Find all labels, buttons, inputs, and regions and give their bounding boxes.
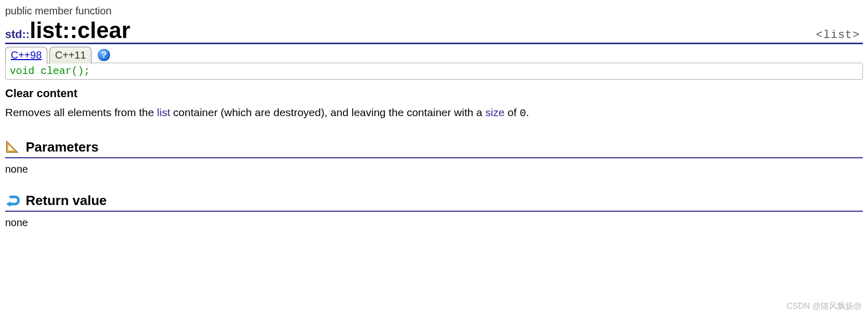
svg-marker-0 bbox=[7, 141, 18, 153]
help-icon[interactable]: ? bbox=[98, 49, 110, 61]
desc-post: of bbox=[504, 106, 519, 118]
title-class: list bbox=[30, 17, 63, 43]
section-return-value: Return value none bbox=[5, 193, 863, 229]
section-return-value-title: Return value bbox=[26, 193, 107, 209]
tab-cpp98[interactable]: C++98 bbox=[5, 47, 47, 64]
title-separator: :: bbox=[62, 17, 77, 43]
header-file-label: <list> bbox=[816, 29, 863, 42]
version-tabs: C++98 C++11 ? bbox=[5, 46, 863, 63]
desc-mid: container (which are destroyed), and lea… bbox=[170, 106, 485, 118]
section-parameters: Parameters none bbox=[5, 139, 863, 175]
title-method: clear bbox=[78, 17, 131, 43]
tab-cpp11[interactable]: C++11 bbox=[49, 47, 92, 64]
signature-rest: clear(); bbox=[34, 65, 90, 77]
section-parameters-body: none bbox=[5, 163, 863, 175]
title-row: std::list::clear <list> bbox=[5, 19, 863, 44]
section-return-value-body: none bbox=[5, 217, 863, 229]
page-title: std::list::clear bbox=[5, 19, 130, 42]
link-list[interactable]: list bbox=[157, 106, 170, 118]
signature-return-type: void bbox=[10, 65, 34, 77]
title-namespace: std:: bbox=[5, 28, 30, 41]
section-return-value-head: Return value bbox=[5, 193, 863, 212]
link-size[interactable]: size bbox=[485, 106, 504, 118]
desc-pre: Removes all elements from the bbox=[5, 106, 157, 118]
section-parameters-head: Parameters bbox=[5, 139, 863, 158]
section-parameters-title: Parameters bbox=[26, 139, 99, 155]
triangle-ruler-icon bbox=[5, 140, 20, 154]
desc-zero: 0 bbox=[519, 107, 526, 119]
tab-cpp98-link[interactable]: C++98 bbox=[11, 49, 42, 61]
return-arrow-icon bbox=[5, 193, 20, 208]
desc-end: . bbox=[526, 106, 529, 118]
brief-heading: Clear content bbox=[5, 87, 863, 100]
signature-box: void clear(); bbox=[5, 63, 863, 80]
member-type-label: public member function bbox=[5, 5, 863, 17]
description-paragraph: Removes all elements from the list conta… bbox=[5, 104, 863, 122]
